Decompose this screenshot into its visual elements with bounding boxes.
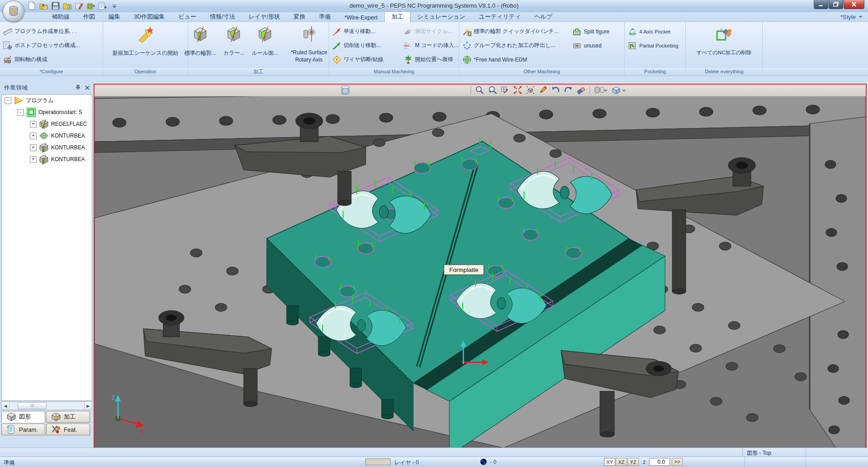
- zoom-cube-icon[interactable]: [525, 85, 536, 95]
- new-document-icon[interactable]: [27, 1, 37, 10]
- collar-button[interactable]: カラー...: [221, 24, 247, 68]
- tab-henshu[interactable]: 編集: [102, 12, 127, 22]
- collapse-icon[interactable]: -: [17, 109, 24, 116]
- expand-icon[interactable]: +: [30, 156, 37, 163]
- mcode-insert-button[interactable]: N1....N2G..N3.... M コードの挿入...: [403, 38, 456, 52]
- tab-info-dimension[interactable]: 情報/寸法: [203, 12, 242, 22]
- unused-button[interactable]: unused: [571, 38, 622, 52]
- tree-item-regelflaec[interactable]: + REGELFLAEC: [2, 118, 92, 130]
- scrollbar-thumb[interactable]: [18, 402, 47, 409]
- close-button[interactable]: [844, 0, 864, 9]
- tab-feat[interactable]: Feat.: [46, 424, 90, 435]
- maximize-button[interactable]: [829, 0, 843, 9]
- tree-item-program[interactable]: - プログラム: [2, 95, 92, 106]
- list-view-icon[interactable]: [98, 1, 107, 10]
- tab-geometry[interactable]: 図形: [1, 411, 45, 423]
- display-panel-icon[interactable]: [340, 85, 351, 95]
- plane-xz-button[interactable]: XZ: [616, 458, 627, 466]
- expand-icon[interactable]: +: [30, 144, 37, 151]
- group-label-manual-machining: Manual Machining: [329, 68, 459, 76]
- quick-die-icon: [462, 27, 472, 36]
- quick-die-punch-button[interactable]: 標準の輪郭 クイックダイ/パンチ...: [462, 24, 571, 38]
- undo-icon[interactable]: [550, 85, 561, 95]
- feed-move-button[interactable]: 切削送り移動...: [331, 38, 403, 52]
- z-value-input[interactable]: [649, 458, 670, 466]
- tab-utility[interactable]: ユーティリティ: [472, 12, 528, 22]
- zoom-extents-icon[interactable]: [512, 85, 523, 95]
- freehand-wire-edm-button[interactable]: *Free hand Wire-EDM: [462, 52, 571, 67]
- collapse-icon[interactable]: -: [5, 97, 11, 104]
- view-cube-icon[interactable]: [610, 85, 627, 95]
- plane-xy-button[interactable]: XY: [604, 458, 615, 466]
- ribbon-group-delete-everything: すべてのNC加工の削除 Delete everything: [686, 22, 763, 76]
- scroll-left-button[interactable]: ◀: [2, 402, 9, 409]
- expand-coords-button[interactable]: >>: [672, 458, 683, 466]
- postprocessor-config-button[interactable]: ポストプロセッサの構成...: [2, 38, 81, 52]
- ruled-surface-rotary-axis-button[interactable]: *Ruled Surface Rotary Axis: [283, 24, 335, 68]
- new-machining-sequence-button[interactable]: 新規加工シーケンスの開始: [110, 24, 181, 68]
- tree-item-konturbea-2[interactable]: + KONTURBEA: [2, 142, 92, 153]
- return-start-button[interactable]: 開始位置へ復帰: [403, 52, 456, 67]
- wire-cut-button[interactable]: ワイヤ切断/結線: [331, 52, 403, 67]
- save-icon[interactable]: [51, 1, 60, 10]
- rotary-axis-config-button[interactable]: 回転軸の構成: [2, 52, 81, 67]
- tab-hojosen[interactable]: 補助線: [45, 12, 76, 22]
- plane-yz-button[interactable]: YZ: [627, 458, 639, 466]
- tree-item-label: KONTURBEA: [51, 133, 85, 139]
- collar-label: カラー...: [223, 49, 245, 57]
- eraser-icon[interactable]: [576, 85, 586, 95]
- zoom-in-icon[interactable]: [474, 85, 485, 95]
- tree-item-operationsstart[interactable]: - Operationsstart: S: [2, 106, 92, 118]
- program-units-button[interactable]: プログラム作成単位系. . .: [2, 24, 81, 38]
- export-icon[interactable]: [86, 1, 95, 10]
- redo-icon[interactable]: [563, 85, 574, 95]
- expand-icon[interactable]: +: [30, 133, 37, 139]
- tab-kako-active[interactable]: 加工: [384, 11, 410, 22]
- expand-icon[interactable]: +: [30, 121, 37, 128]
- tree-horizontal-scrollbar[interactable]: ◀ ▶: [1, 401, 92, 410]
- open-icon[interactable]: [39, 1, 48, 10]
- layer-linestyle-chip[interactable]: [365, 458, 391, 465]
- ruled-face-button[interactable]: ルール面...: [249, 24, 281, 68]
- tab-wire-expert[interactable]: *Wire-Expert: [337, 13, 384, 22]
- zoom-previous-icon[interactable]: [487, 85, 498, 95]
- origin-icon[interactable]: [480, 458, 487, 467]
- application-menu-button[interactable]: [3, 0, 24, 22]
- close-panel-icon[interactable]: [85, 85, 90, 91]
- pin-icon[interactable]: [75, 85, 80, 91]
- layer-indicator[interactable]: レイヤ - 0: [394, 459, 419, 467]
- tree-item-konturbea-1[interactable]: + KONTURBEA: [2, 130, 92, 142]
- tab-sakuzu[interactable]: 作図: [76, 12, 102, 22]
- tab-junbi[interactable]: 準備: [312, 12, 337, 22]
- zoom-window-icon[interactable]: [500, 85, 510, 95]
- tab-param[interactable]: Param.: [1, 424, 45, 435]
- redraw-pencil-icon[interactable]: [538, 85, 548, 95]
- minimize-button[interactable]: [814, 0, 828, 9]
- qat-dropdown-icon[interactable]: [109, 1, 119, 10]
- style-menu-button[interactable]: *Style: [840, 14, 863, 20]
- edit-pen-icon[interactable]: [74, 1, 84, 10]
- 3d-scene[interactable]: Z X Formplatte: [94, 96, 866, 448]
- insert-figure-icon[interactable]: [62, 1, 72, 10]
- tab-view[interactable]: ビュー: [172, 12, 203, 22]
- tab-machining[interactable]: 加工: [46, 411, 90, 423]
- tab-henkan[interactable]: 変換: [287, 12, 312, 22]
- style-menu-label: *Style: [840, 14, 856, 20]
- tab-layer-shape[interactable]: レイヤ/形状: [242, 12, 287, 22]
- tab-help[interactable]: ヘルプ: [528, 12, 559, 22]
- blank-display-icon[interactable]: [593, 85, 609, 95]
- tree-item-konturbea-3[interactable]: + KONTURBEA: [2, 153, 92, 165]
- four-axis-pocket-button[interactable]: 4 Axis Pocket: [627, 24, 679, 38]
- contour-cube-small-icon: [38, 154, 49, 165]
- delete-all-nc-button[interactable]: すべてのNC加工の削除: [694, 24, 754, 68]
- partial-pocketing-button[interactable]: Partial Pocketing: [627, 38, 679, 52]
- split-figure-button[interactable]: Split figure: [571, 24, 622, 38]
- tab-3d-edit[interactable]: 3D作図編集: [127, 12, 172, 22]
- tab-geometry-label: 図形: [19, 413, 31, 421]
- scroll-right-button[interactable]: ▶: [84, 402, 92, 409]
- model-label: Formplatte: [444, 265, 484, 275]
- tab-simulation[interactable]: シミュレーション: [410, 12, 472, 22]
- grouped-machining-call-button[interactable]: グループ化された加工の呼出し...: [462, 38, 571, 52]
- standard-contour-button[interactable]: 標準の輪郭...: [182, 24, 219, 68]
- rapid-move-button[interactable]: 早送り移動...: [331, 24, 403, 38]
